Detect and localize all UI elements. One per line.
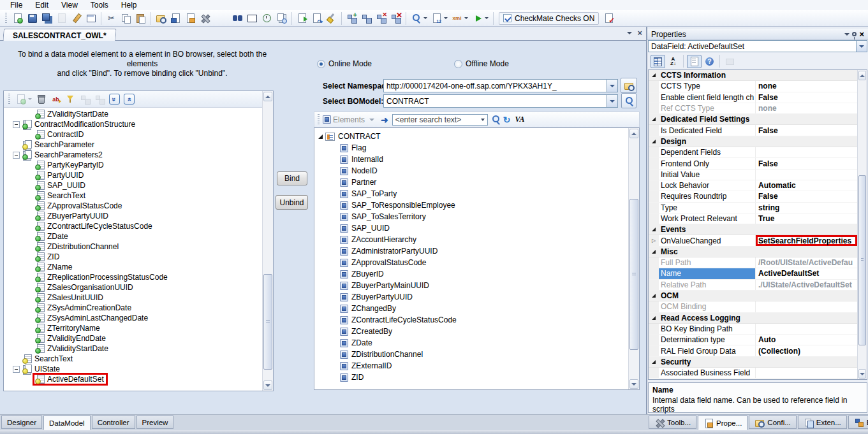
toolbar-button[interactable] — [231, 12, 244, 24]
data-model-tree-item[interactable]: ZSalesOrganisationUUID — [4, 282, 262, 293]
property-label[interactable]: Full Path — [659, 257, 756, 268]
property-value[interactable]: False — [756, 158, 857, 168]
toolbar-button[interactable] — [325, 12, 338, 24]
property-label[interactable]: Events — [659, 224, 686, 235]
property-value[interactable]: Auto — [756, 335, 857, 345]
editor-view-tab[interactable]: Designer — [1, 416, 42, 429]
data-model-tree-item[interactable]: ZValidityEndDate — [4, 333, 262, 344]
bo-tree-item[interactable]: ZBuyerPartyMainUUID — [314, 280, 628, 291]
data-model-tree-item[interactable]: ContractID — [4, 129, 262, 140]
toolbar-button[interactable] — [119, 12, 133, 24]
property-value[interactable] — [756, 301, 857, 312]
data-model-tree-item[interactable]: SearchText — [4, 354, 262, 364]
bo-tree-item[interactable]: Partner — [314, 177, 628, 188]
browse-namespace-button[interactable] — [621, 78, 637, 93]
tool-window-tab[interactable]: Exten... — [798, 416, 847, 429]
data-model-tree-item[interactable]: UIState — [4, 364, 262, 374]
property-value[interactable]: ActiveDefaultSet — [756, 268, 857, 278]
toolbar-grip[interactable] — [318, 114, 320, 126]
bo-tree-item[interactable]: ZAdministratorPartyUUID — [314, 245, 628, 257]
bo-tree-item[interactable]: ZDate — [314, 337, 628, 349]
property-value[interactable]: False — [756, 125, 857, 135]
data-model-tree-item[interactable]: ZSalesUnitUUID — [4, 293, 262, 303]
toolbar-button[interactable] — [34, 93, 48, 105]
data-model-tree-item[interactable]: ZApprovalStatusCode — [4, 201, 262, 211]
bo-tree-item[interactable]: CONTRACT — [314, 131, 628, 142]
tree-expander-icon[interactable] — [13, 366, 20, 373]
chevron-down-icon[interactable] — [607, 95, 617, 107]
property-row[interactable]: RAL Field Group Data (Collection) — [649, 345, 857, 356]
property-label[interactable]: Lock Behavior — [659, 180, 756, 191]
checkmate-checkbox[interactable] — [503, 14, 511, 22]
property-row[interactable]: Dedicated Field Settings — [649, 114, 857, 125]
data-model-tree-item[interactable]: ZReplicationProcessingStatusCode — [4, 272, 262, 282]
tool-window-tab[interactable]: BO Br... — [848, 416, 868, 429]
menu-item[interactable]: File — [4, 0, 29, 10]
scroll-thumb[interactable] — [858, 175, 866, 345]
property-row[interactable]: OCM — [649, 291, 857, 301]
data-model-tree-item[interactable]: ZValidityStartDate — [4, 109, 262, 119]
property-value[interactable]: False — [756, 92, 857, 103]
property-value[interactable]: none — [756, 81, 857, 91]
property-value[interactable] — [756, 170, 857, 180]
toolbar-button[interactable] — [275, 12, 288, 24]
validate-document-button[interactable] — [602, 12, 615, 24]
menu-item[interactable]: Help — [115, 0, 143, 10]
bo-tree-item[interactable]: SAP_UUID — [314, 222, 628, 234]
property-label[interactable]: Requires Roundtrip — [659, 191, 756, 201]
toolbar-button[interactable] — [101, 12, 101, 25]
tool-window-tab[interactable]: Confi... — [749, 416, 796, 429]
data-model-tree-item[interactable]: ActiveDefaultSet — [4, 374, 262, 384]
scroll-down-icon[interactable] — [263, 380, 272, 390]
toolbar-button[interactable] — [108, 93, 121, 105]
property-label[interactable]: Determination type — [659, 335, 756, 345]
property-label[interactable]: Design — [659, 136, 686, 147]
property-value[interactable]: string — [756, 203, 857, 213]
toolbar-button[interactable] — [26, 12, 39, 24]
refresh-icon[interactable]: ↻ — [503, 115, 511, 125]
property-label[interactable]: Relative Path — [659, 280, 756, 290]
property-row[interactable]: OnValueChanged SetSearchFieldProperties — [649, 235, 857, 246]
toolbar-button[interactable] — [291, 12, 292, 25]
property-label[interactable]: Dependent Fields — [659, 147, 756, 157]
toolbar-button[interactable] — [651, 55, 665, 68]
toolbar-button[interactable] — [78, 93, 92, 105]
property-value[interactable] — [756, 324, 857, 334]
toolbar-button[interactable] — [493, 12, 494, 25]
bo-tree-item[interactable]: SAP_ToSalesTerritory — [314, 211, 628, 222]
data-model-tree-item[interactable]: SearchText — [4, 191, 262, 201]
property-label[interactable]: RAL Field Group Data — [659, 345, 756, 356]
toolbar-button[interactable] — [389, 12, 402, 24]
property-label[interactable]: CCTS Information — [659, 70, 726, 80]
tree-expander-icon[interactable] — [13, 152, 20, 159]
property-label[interactable]: Initial Value — [659, 170, 756, 180]
toolbar-button[interactable] — [122, 93, 136, 105]
toolbar-button[interactable] — [105, 12, 118, 24]
property-row[interactable]: Requires Roundtrip False — [649, 191, 857, 202]
property-row[interactable]: OCM Binding — [649, 301, 857, 312]
data-model-tree-item[interactable]: ZTerritoryName — [4, 323, 262, 333]
toolbar-button[interactable] — [666, 55, 680, 68]
toolbar-button[interactable] — [198, 12, 212, 24]
property-label[interactable]: Misc — [659, 247, 678, 257]
toolbar-button[interactable] — [406, 12, 406, 25]
tool-window-tab[interactable]: Toolb... — [649, 416, 696, 429]
bo-tree-item[interactable]: ZID — [314, 372, 628, 383]
chevron-down-icon[interactable] — [844, 33, 850, 36]
bo-tree-item[interactable]: ZBuyerID — [314, 268, 628, 280]
property-row[interactable]: Frontend Only False — [649, 158, 857, 169]
property-label[interactable]: OCM Binding — [659, 301, 756, 312]
property-row[interactable]: Read Access Logging — [649, 313, 857, 324]
toolbar-button[interactable] — [49, 93, 63, 105]
toolbar-button[interactable] — [134, 12, 147, 24]
property-value[interactable]: ./UIState/ActiveDefaultSet — [756, 280, 857, 290]
property-value[interactable]: False — [756, 191, 857, 201]
close-icon[interactable]: × — [859, 31, 864, 38]
property-label[interactable]: Ref CCTS Type — [659, 103, 756, 113]
toolbar-button[interactable] — [14, 93, 33, 105]
toolbar-grip[interactable] — [5, 13, 7, 24]
property-label[interactable]: Name — [659, 268, 756, 278]
bomodel-combobox[interactable]: CONTRACT — [383, 94, 618, 108]
toolbar-button[interactable] — [683, 55, 684, 68]
menu-item[interactable]: Edit — [29, 0, 55, 10]
